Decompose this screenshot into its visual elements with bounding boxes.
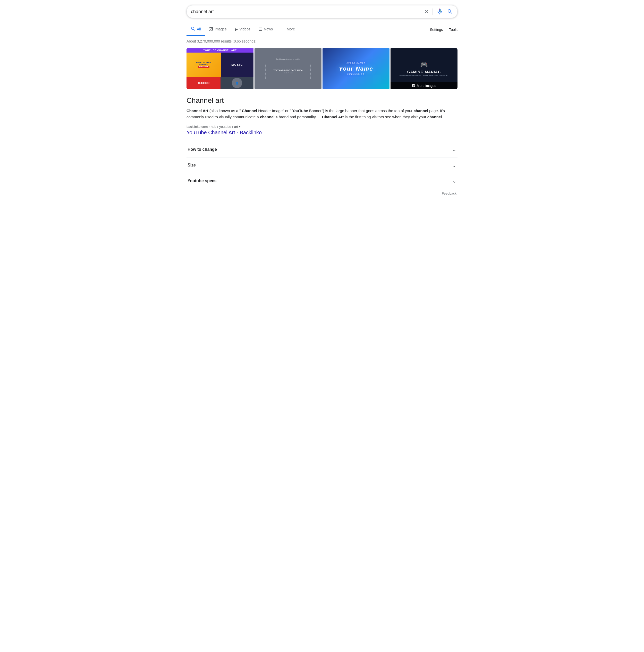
desc-channel-bold: Channel: [242, 108, 257, 113]
image-thumb-1[interactable]: YOUTUBE CHANNEL ART HENRY MILLER'S CHANN…: [187, 48, 253, 89]
img4-title: GAMING MANIAC: [407, 70, 441, 74]
desc-channel2-bold: channel: [414, 108, 428, 113]
tab-images-label: Images: [215, 27, 227, 31]
desc-text-1: (also known as a ": [209, 108, 241, 113]
img1-channel-text: HENRY MILLER'S: [196, 62, 211, 63]
accordion-header-youtube-specs[interactable]: Youtube specs ⌄: [187, 173, 457, 189]
images-icon: 🖼: [209, 27, 213, 31]
image-thumb-2[interactable]: Desktop minimum and mobile TEXT AND LOGO…: [254, 48, 321, 89]
search-bar-icons: ✕: [424, 8, 453, 15]
image-thumb-4[interactable]: 🎮 GAMING MANIAC NEW GAMING EPISODES UPLO…: [391, 48, 457, 89]
tab-videos-label: Videos: [239, 27, 250, 31]
desc-channel-art2-bold: Channel Art: [322, 115, 344, 119]
featured-title: Channel art: [187, 97, 457, 105]
tab-news[interactable]: ☰ News: [254, 24, 277, 35]
accordion-item-how-to-change: How to change ⌄: [187, 142, 457, 158]
desc-channel3-bold: channel: [427, 115, 442, 119]
videos-icon: ▶: [235, 27, 238, 32]
accordion-item-youtube-specs: Youtube specs ⌄: [187, 173, 457, 189]
tab-videos[interactable]: ▶ Videos: [230, 24, 254, 35]
desc-text-6: is the first thing visitors see when the…: [345, 115, 427, 119]
accordion-item-size: Size ⌄: [187, 158, 457, 173]
tab-all-label: All: [197, 27, 201, 31]
desc-text-2: Header Image" or ": [258, 108, 291, 113]
desc-text-5: brand and personality. ...: [279, 115, 322, 119]
img2-top-label: Desktop minimum and mobile: [276, 58, 300, 60]
img2-center-text: TEXT AND LOGO SAFE AREA: [273, 69, 303, 72]
more-images-label: More images: [417, 84, 436, 88]
tab-more-label: More: [287, 27, 295, 31]
tab-all[interactable]: All: [187, 23, 205, 36]
accordion-header-how-to-change[interactable]: How to change ⌄: [187, 142, 457, 157]
accordion-header-size[interactable]: Size ⌄: [187, 158, 457, 173]
img2-center-sub: 1546 × 423: [273, 72, 303, 74]
img1-avatar: 👤: [232, 78, 242, 88]
img1-left: HENRY MILLER'S CHANNEL SUBSCRIBE: [187, 53, 221, 77]
nav-right: Settings Tools: [430, 25, 457, 35]
chevron-down-icon-3: ⌄: [452, 178, 456, 184]
images-icon-small: 🖼: [412, 84, 415, 88]
img1-top-text: YOUTUBE CHANNEL ART: [187, 48, 253, 53]
clear-icon[interactable]: ✕: [424, 8, 429, 15]
image-strip[interactable]: YOUTUBE CHANNEL ART HENRY MILLER'S CHANN…: [187, 48, 457, 89]
search-input[interactable]: channel art: [191, 9, 421, 15]
img1-channel-label: CHANNEL: [199, 63, 208, 65]
accordion-label-how-to-change: How to change: [188, 147, 217, 152]
divider: [432, 8, 432, 15]
img3-name: Your Name: [339, 65, 373, 72]
img1-techdo: TECHDO: [187, 77, 221, 89]
results-info: About 3,270,000,000 results (0.65 second…: [187, 39, 457, 43]
more-images-button[interactable]: 🖼 More images: [391, 82, 457, 89]
microphone-icon[interactable]: [436, 8, 443, 15]
settings-link[interactable]: Settings: [430, 28, 443, 32]
accordion: How to change ⌄ Size ⌄ Youtube specs ⌄: [187, 142, 457, 189]
img1-bottom: TECHDO 👤: [187, 77, 253, 89]
tab-more[interactable]: ⋮ More: [277, 24, 299, 35]
chevron-down-icon-1: ⌄: [452, 146, 456, 153]
featured-description: Channel Art (also known as a " Channel H…: [187, 108, 457, 120]
search-icon[interactable]: [447, 8, 453, 15]
img3-header: CYBER GAMER: [346, 62, 366, 64]
img1-subscribe-btn: SUBSCRIBE: [198, 66, 209, 68]
feedback-link[interactable]: Feedback: [442, 191, 456, 195]
img2-center: TEXT AND LOGO SAFE AREA 1546 × 423: [265, 64, 311, 79]
accordion-label-youtube-specs: Youtube specs: [188, 179, 217, 183]
desc-text-3: Banner") is the large banner that goes a…: [309, 108, 414, 113]
breadcrumb-text: backlinko.com › hub › youtube › art: [187, 125, 238, 129]
all-icon: [191, 26, 195, 32]
feedback-row: Feedback: [187, 189, 457, 198]
desc-channel-art-bold: Channel Art: [187, 108, 208, 113]
img3-sub: SUBSCRIBE: [347, 73, 365, 75]
news-icon: ☰: [259, 27, 262, 32]
dropdown-arrow-icon[interactable]: ▾: [239, 125, 241, 128]
chevron-down-icon-2: ⌄: [452, 162, 456, 168]
img4-gamepad-icon: 🎮: [420, 61, 428, 68]
img1-middle: HENRY MILLER'S CHANNEL SUBSCRIBE MUSIC: [187, 53, 253, 77]
img4-subtitle: NEW GAMING EPISODES UPLOADED EVERY THURS…: [399, 75, 448, 76]
search-bar: channel art ✕: [187, 5, 457, 18]
desc-text-7: .: [443, 115, 444, 119]
result-link[interactable]: YouTube Channel Art - Backlinko: [187, 130, 457, 136]
desc-youtube-bold: YouTube: [292, 108, 308, 113]
breadcrumb: backlinko.com › hub › youtube › art ▾: [187, 125, 457, 129]
nav-tabs: All 🖼 Images ▶ Videos ☰ News ⋮ More Sett…: [187, 23, 457, 36]
image-thumb-3[interactable]: CYBER GAMER Your Name SUBSCRIBE: [323, 48, 390, 89]
tools-link[interactable]: Tools: [449, 28, 457, 32]
desc-channels-bold: channel's: [260, 115, 278, 119]
img1-music: MUSIC: [221, 53, 253, 77]
more-icon: ⋮: [281, 27, 285, 32]
tab-images[interactable]: 🖼 Images: [205, 24, 231, 35]
accordion-label-size: Size: [188, 163, 196, 167]
tab-news-label: News: [264, 27, 273, 31]
img1-bottom-right-img: 👤: [221, 77, 253, 89]
